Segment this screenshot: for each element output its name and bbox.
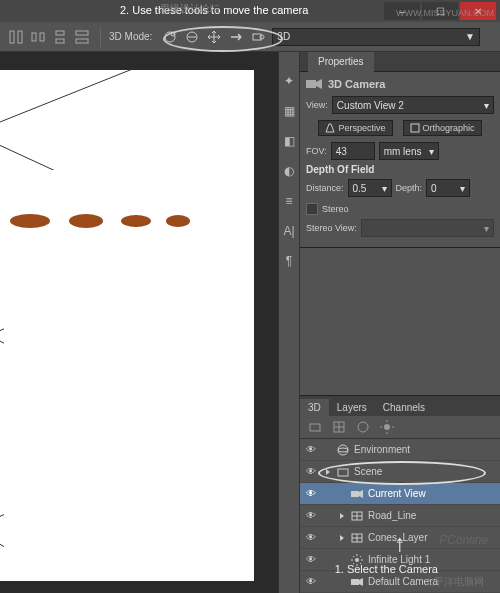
expand-arrow-icon[interactable] bbox=[340, 535, 344, 541]
dof-heading: Depth Of Field bbox=[306, 164, 494, 175]
align-tool-1[interactable] bbox=[6, 27, 26, 47]
svg-rect-0 bbox=[10, 31, 14, 43]
layer-name: Environment bbox=[354, 444, 410, 455]
layer-name: Current View bbox=[368, 488, 426, 499]
filter-material-icon[interactable] bbox=[356, 420, 370, 434]
svg-point-21 bbox=[69, 214, 103, 228]
visibility-toggle[interactable]: 👁 bbox=[304, 488, 318, 499]
layer-name: Cones_Layer bbox=[368, 532, 427, 543]
svg-point-23 bbox=[166, 215, 190, 227]
paragraph-panel-icon[interactable]: ¶ bbox=[280, 252, 298, 270]
styles-panel-icon[interactable]: ◧ bbox=[280, 132, 298, 150]
svg-rect-7 bbox=[76, 39, 88, 43]
align-tool-3[interactable] bbox=[50, 27, 70, 47]
svg-point-38 bbox=[338, 445, 348, 455]
svg-marker-26 bbox=[326, 124, 334, 132]
mode-label: 3D Mode: bbox=[109, 31, 152, 42]
annotation-bottom: 1. Select the Camera bbox=[335, 563, 438, 575]
filter-light-icon[interactable] bbox=[380, 420, 394, 434]
svg-rect-1 bbox=[18, 31, 22, 43]
layer-name: Road_Line bbox=[368, 510, 416, 521]
distance-label: Distance: bbox=[306, 183, 344, 193]
camera-icon bbox=[350, 489, 364, 499]
canvas[interactable] bbox=[0, 52, 278, 593]
visibility-toggle[interactable]: 👁 bbox=[304, 510, 318, 521]
tab-channels[interactable]: Channels bbox=[375, 399, 433, 416]
tab-3d[interactable]: 3D bbox=[300, 399, 329, 416]
stereo-checkbox[interactable] bbox=[306, 203, 318, 215]
filter-scene-icon[interactable] bbox=[308, 420, 322, 434]
visibility-toggle[interactable]: 👁 bbox=[304, 532, 318, 543]
layer-row-cones-layer[interactable]: 👁Cones_Layer bbox=[300, 527, 500, 549]
3d-mode-tools bbox=[160, 27, 268, 47]
depth-label: Depth: bbox=[396, 183, 423, 193]
layer-row-environment[interactable]: 👁Environment bbox=[300, 439, 500, 461]
visibility-toggle[interactable]: 👁 bbox=[304, 576, 318, 587]
properties-header: Properties bbox=[300, 52, 500, 72]
visibility-toggle[interactable]: 👁 bbox=[304, 444, 318, 455]
history-panel-icon[interactable]: ≡ bbox=[280, 192, 298, 210]
swatches-panel-icon[interactable]: ▦ bbox=[280, 102, 298, 120]
svg-line-56 bbox=[360, 556, 361, 557]
type-panel-icon[interactable]: A| bbox=[280, 222, 298, 240]
maximize-button[interactable]: ☐ bbox=[422, 2, 458, 20]
camera-icon bbox=[306, 78, 322, 90]
workspace-select[interactable]: 3D▼ bbox=[272, 28, 480, 46]
svg-rect-19 bbox=[4, 170, 254, 581]
stereo-view-dropdown[interactable]: ▾ bbox=[361, 219, 494, 237]
visibility-toggle[interactable]: 👁 bbox=[304, 466, 318, 477]
filter-mesh-icon[interactable] bbox=[332, 420, 346, 434]
expand-arrow-icon[interactable] bbox=[340, 513, 344, 519]
pan-camera-tool[interactable] bbox=[204, 27, 224, 47]
perspective-toggle[interactable]: Perspective bbox=[318, 120, 392, 136]
tab-layers[interactable]: Layers bbox=[329, 399, 375, 416]
align-tool-4[interactable] bbox=[72, 27, 92, 47]
orbit-camera-tool[interactable] bbox=[160, 27, 180, 47]
svg-point-20 bbox=[10, 214, 50, 228]
layer-row-current-view[interactable]: 👁Current View bbox=[300, 483, 500, 505]
orthographic-toggle[interactable]: Orthographic bbox=[403, 120, 482, 136]
fov-units-dropdown[interactable]: mm lens▾ bbox=[379, 142, 439, 160]
view-dropdown[interactable]: Custom View 2▾ bbox=[332, 96, 494, 114]
svg-rect-3 bbox=[40, 33, 44, 41]
annotation-top: 2. Use these tools to move the camera bbox=[120, 4, 308, 16]
env-icon bbox=[336, 444, 350, 456]
walk-camera-tool[interactable] bbox=[226, 27, 246, 47]
brush-panel-icon[interactable]: ✦ bbox=[280, 72, 298, 90]
visibility-toggle[interactable]: 👁 bbox=[304, 554, 318, 565]
svg-rect-27 bbox=[411, 124, 419, 132]
svg-rect-6 bbox=[76, 31, 88, 35]
svg-line-54 bbox=[353, 556, 354, 557]
svg-rect-41 bbox=[351, 491, 359, 497]
svg-rect-40 bbox=[338, 469, 348, 476]
roll-camera-tool[interactable] bbox=[182, 27, 202, 47]
layer-name: Default Camera bbox=[368, 576, 438, 587]
svg-marker-59 bbox=[359, 578, 363, 586]
svg-rect-5 bbox=[56, 39, 64, 43]
svg-rect-28 bbox=[310, 424, 320, 431]
svg-marker-25 bbox=[316, 79, 322, 89]
svg-marker-42 bbox=[359, 490, 363, 498]
distance-input[interactable]: 0.5▾ bbox=[348, 179, 392, 197]
svg-point-22 bbox=[121, 215, 151, 227]
svg-point-49 bbox=[355, 558, 359, 562]
stereo-view-label: Stereo View: bbox=[306, 223, 357, 233]
layer-row-scene[interactable]: 👁Scene bbox=[300, 461, 500, 483]
svg-point-32 bbox=[358, 422, 368, 432]
adjustments-panel-icon[interactable]: ◐ bbox=[280, 162, 298, 180]
svg-rect-4 bbox=[56, 31, 64, 35]
svg-rect-58 bbox=[351, 579, 359, 585]
svg-rect-2 bbox=[32, 33, 36, 41]
fov-input[interactable]: 43 bbox=[331, 142, 375, 160]
svg-point-8 bbox=[165, 32, 175, 42]
zoom-camera-tool[interactable] bbox=[248, 27, 268, 47]
depth-input[interactable]: 0▾ bbox=[426, 179, 470, 197]
properties-tab[interactable]: Properties bbox=[308, 52, 374, 72]
properties-title: 3D Camera bbox=[328, 78, 385, 90]
properties-panel: 3D Camera View: Custom View 2▾ Perspecti… bbox=[300, 72, 500, 248]
expand-arrow-icon[interactable] bbox=[326, 469, 330, 475]
minimize-button[interactable]: – bbox=[384, 2, 420, 20]
close-button[interactable]: ✕ bbox=[460, 2, 496, 20]
layer-row-road-line[interactable]: 👁Road_Line bbox=[300, 505, 500, 527]
align-tool-2[interactable] bbox=[28, 27, 48, 47]
